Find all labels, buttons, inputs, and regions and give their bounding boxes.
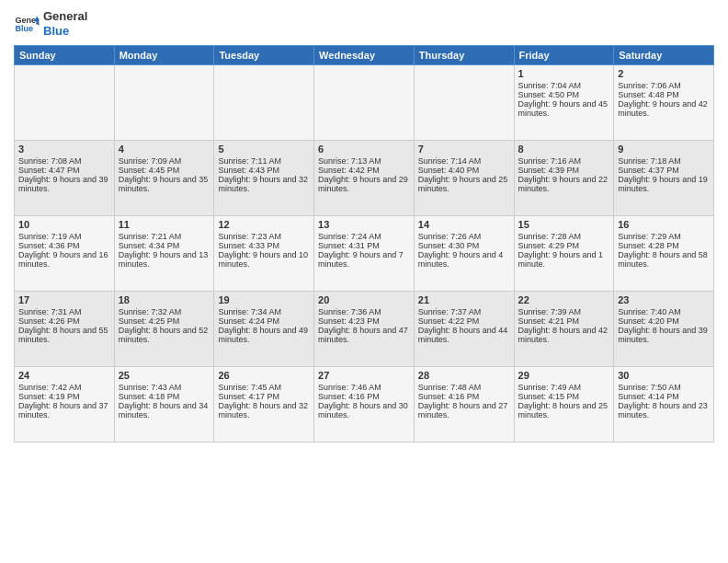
day-info: Sunrise: 7:43 AM: [119, 383, 210, 392]
day-info: Daylight: 9 hours and 13 minutes.: [119, 250, 210, 269]
day-number: 4: [119, 144, 210, 155]
day-info: Sunrise: 7:34 AM: [218, 307, 310, 316]
day-number: 21: [418, 294, 510, 305]
day-info: Daylight: 9 hours and 32 minutes.: [218, 175, 310, 193]
day-info: Sunset: 4:39 PM: [518, 166, 610, 175]
day-info: Sunrise: 7:49 AM: [518, 383, 610, 392]
day-number: 11: [119, 219, 210, 230]
calendar-week-row: 1Sunrise: 7:04 AMSunset: 4:50 PMDaylight…: [15, 65, 714, 141]
calendar-header-monday: Monday: [114, 46, 214, 65]
day-info: Daylight: 8 hours and 27 minutes.: [418, 401, 510, 419]
calendar-week-row: 3Sunrise: 7:08 AMSunset: 4:47 PMDaylight…: [15, 141, 714, 216]
day-info: Sunset: 4:15 PM: [518, 392, 610, 401]
day-info: Sunrise: 7:08 AM: [18, 156, 110, 166]
day-info: Sunset: 4:34 PM: [119, 241, 210, 250]
day-number: 14: [418, 219, 510, 230]
calendar-cell: 13Sunrise: 7:24 AMSunset: 4:31 PMDayligh…: [314, 216, 415, 292]
calendar-cell: 14Sunrise: 7:26 AMSunset: 4:30 PMDayligh…: [414, 216, 514, 292]
day-info: Daylight: 9 hours and 39 minutes.: [18, 175, 110, 193]
day-info: Daylight: 8 hours and 23 minutes.: [618, 401, 710, 419]
day-number: 8: [518, 144, 610, 155]
day-number: 3: [18, 144, 110, 155]
day-info: Sunset: 4:28 PM: [618, 241, 710, 250]
day-info: Daylight: 9 hours and 42 minutes.: [618, 99, 710, 118]
calendar-cell: 25Sunrise: 7:43 AMSunset: 4:18 PMDayligh…: [114, 367, 214, 442]
calendar-cell: 12Sunrise: 7:23 AMSunset: 4:33 PMDayligh…: [214, 216, 314, 292]
day-info: Daylight: 8 hours and 39 minutes.: [618, 326, 710, 344]
day-info: Sunset: 4:40 PM: [418, 166, 510, 175]
day-number: 30: [618, 370, 710, 381]
day-info: Daylight: 8 hours and 34 minutes.: [119, 401, 210, 419]
calendar-header-sunday: Sunday: [15, 46, 115, 65]
calendar-cell: 24Sunrise: 7:42 AMSunset: 4:19 PMDayligh…: [15, 367, 115, 442]
day-number: 28: [418, 370, 510, 381]
day-info: Sunrise: 7:39 AM: [518, 307, 610, 316]
calendar-cell: 11Sunrise: 7:21 AMSunset: 4:34 PMDayligh…: [114, 216, 214, 292]
day-number: 24: [18, 370, 110, 381]
day-info: Daylight: 9 hours and 45 minutes.: [518, 99, 610, 118]
calendar-header-saturday: Saturday: [614, 46, 714, 65]
calendar-cell: 28Sunrise: 7:48 AMSunset: 4:16 PMDayligh…: [414, 367, 514, 442]
day-info: Sunset: 4:30 PM: [418, 241, 510, 250]
day-info: Sunrise: 7:42 AM: [18, 383, 110, 392]
day-info: Sunrise: 7:31 AM: [18, 307, 110, 316]
day-info: Daylight: 8 hours and 30 minutes.: [318, 401, 410, 419]
logo-blue: Blue: [43, 24, 87, 39]
header: General Blue General Blue: [14, 9, 714, 38]
day-info: Sunrise: 7:18 AM: [618, 156, 710, 166]
day-info: Sunset: 4:19 PM: [18, 392, 110, 401]
page-container: General Blue General Blue SundayMondayTu…: [0, 0, 728, 563]
day-info: Daylight: 9 hours and 29 minutes.: [318, 175, 410, 193]
day-info: Sunrise: 7:14 AM: [418, 156, 510, 166]
calendar-cell: 18Sunrise: 7:32 AMSunset: 4:25 PMDayligh…: [114, 292, 214, 367]
calendar-cell: [314, 65, 415, 141]
day-info: Sunrise: 7:06 AM: [618, 81, 710, 90]
day-info: Sunrise: 7:48 AM: [418, 383, 510, 392]
day-info: Sunset: 4:21 PM: [518, 316, 610, 326]
day-info: Daylight: 9 hours and 10 minutes.: [218, 250, 310, 269]
day-number: 13: [318, 219, 410, 230]
calendar-cell: 30Sunrise: 7:50 AMSunset: 4:14 PMDayligh…: [614, 367, 714, 442]
logo: General Blue General Blue: [14, 9, 87, 38]
day-number: 27: [318, 370, 410, 381]
day-number: 12: [218, 219, 310, 230]
calendar-cell: 27Sunrise: 7:46 AMSunset: 4:16 PMDayligh…: [314, 367, 415, 442]
day-info: Daylight: 8 hours and 32 minutes.: [218, 401, 310, 419]
day-number: 16: [618, 219, 710, 230]
day-info: Sunset: 4:42 PM: [318, 166, 410, 175]
day-number: 17: [18, 294, 110, 305]
day-number: 18: [119, 294, 210, 305]
calendar-cell: 20Sunrise: 7:36 AMSunset: 4:23 PMDayligh…: [314, 292, 415, 367]
day-info: Daylight: 8 hours and 49 minutes.: [218, 326, 310, 344]
calendar-week-row: 17Sunrise: 7:31 AMSunset: 4:26 PMDayligh…: [15, 292, 714, 367]
calendar-cell: 2Sunrise: 7:06 AMSunset: 4:48 PMDaylight…: [614, 65, 714, 141]
logo-text-block: General Blue: [43, 9, 87, 38]
day-info: Daylight: 9 hours and 4 minutes.: [418, 250, 510, 269]
logo-icon: General Blue: [14, 11, 40, 37]
day-info: Sunset: 4:47 PM: [18, 166, 110, 175]
day-info: Sunset: 4:17 PM: [218, 392, 310, 401]
calendar-cell: 26Sunrise: 7:45 AMSunset: 4:17 PMDayligh…: [214, 367, 314, 442]
day-info: Daylight: 9 hours and 25 minutes.: [418, 175, 510, 193]
day-info: Daylight: 9 hours and 35 minutes.: [119, 175, 210, 193]
day-info: Sunset: 4:50 PM: [518, 90, 610, 99]
calendar-header-row: SundayMondayTuesdayWednesdayThursdayFrid…: [15, 46, 714, 65]
calendar-cell: 17Sunrise: 7:31 AMSunset: 4:26 PMDayligh…: [15, 292, 115, 367]
day-info: Daylight: 9 hours and 22 minutes.: [518, 175, 610, 193]
day-info: Sunrise: 7:28 AM: [518, 232, 610, 241]
calendar-cell: 6Sunrise: 7:13 AMSunset: 4:42 PMDaylight…: [314, 141, 415, 216]
day-number: 2: [618, 68, 710, 79]
day-info: Sunset: 4:14 PM: [618, 392, 710, 401]
day-number: 10: [18, 219, 110, 230]
calendar-header-friday: Friday: [514, 46, 614, 65]
calendar-cell: [15, 65, 115, 141]
day-info: Sunset: 4:45 PM: [119, 166, 210, 175]
calendar-cell: 9Sunrise: 7:18 AMSunset: 4:37 PMDaylight…: [614, 141, 714, 216]
day-info: Sunrise: 7:16 AM: [518, 156, 610, 166]
day-info: Daylight: 8 hours and 42 minutes.: [518, 326, 610, 344]
day-info: Daylight: 9 hours and 1 minute.: [518, 250, 610, 269]
day-number: 7: [418, 144, 510, 155]
day-info: Sunrise: 7:29 AM: [618, 232, 710, 241]
calendar-cell: 22Sunrise: 7:39 AMSunset: 4:21 PMDayligh…: [514, 292, 614, 367]
day-info: Sunrise: 7:24 AM: [318, 232, 410, 241]
